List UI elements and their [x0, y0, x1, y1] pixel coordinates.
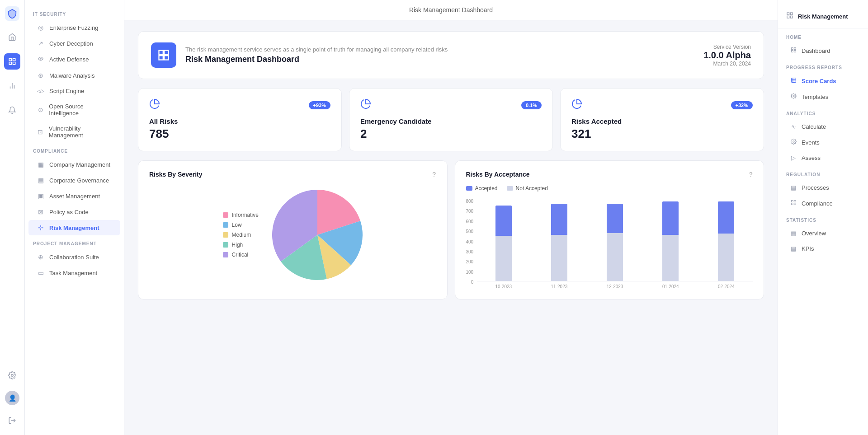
- rs-events[interactable]: Events: [782, 135, 864, 150]
- bar-chart-area: 0100200300400500600700800 10-202311-2023…: [466, 199, 753, 289]
- policy-icon: ⊠: [37, 208, 45, 215]
- bar-group: [700, 199, 753, 281]
- legend-low: Low: [232, 222, 242, 228]
- rs-dashboard[interactable]: Dashboard: [782, 43, 864, 58]
- score-cards-icon: [790, 77, 797, 84]
- bar-group: [644, 199, 697, 281]
- user-avatar[interactable]: 👤: [5, 391, 19, 405]
- chart-nav-icon[interactable]: [4, 78, 20, 94]
- nav-label: Cyber Deception: [49, 40, 93, 47]
- svg-rect-0: [9, 58, 11, 61]
- pie-chart-svg: [272, 190, 363, 280]
- nav-active-defense[interactable]: Active Defense: [28, 51, 120, 67]
- section-it-security: IT SECURITY: [25, 6, 124, 19]
- nav-label: Active Defense: [49, 56, 89, 63]
- rs-section-statistics: STATISTICS: [778, 211, 868, 225]
- nav-company-mgmt[interactable]: ▦ Company Management: [28, 157, 120, 172]
- nav-task-mgmt[interactable]: ▭ Task Management: [28, 265, 120, 281]
- events-icon: [790, 139, 797, 146]
- rs-compliance[interactable]: Compliance: [782, 196, 864, 211]
- info-card-title: Risk Management Dashboard: [185, 55, 448, 64]
- rs-item-label: KPIs: [802, 245, 814, 252]
- nav-collab-suite[interactable]: ⊕ Collaboration Suite: [28, 249, 120, 265]
- nav-asset-mgmt[interactable]: ▣ Asset Management: [28, 188, 120, 204]
- templates-icon: [790, 93, 797, 100]
- nav-label: Company Management: [49, 161, 110, 168]
- legend-not-accepted: Not Accepted: [516, 185, 548, 192]
- nav-risk-mgmt[interactable]: ⊹ Risk Management: [28, 220, 120, 235]
- logout-nav-icon[interactable]: [4, 412, 20, 429]
- bar-month-label: 02-2024: [700, 284, 753, 289]
- stat-badge-all-risks: +93%: [309, 101, 330, 109]
- nav-label: Asset Management: [49, 193, 100, 200]
- svg-rect-11: [164, 51, 168, 55]
- stat-card-all-risks: +93% All Risks 785: [138, 88, 342, 151]
- corp-gov-icon: ▤: [37, 177, 45, 184]
- stat-icon-accepted: [571, 98, 582, 112]
- overview-icon: ▦: [790, 230, 797, 237]
- nav-malware-analysis[interactable]: ⊛ Malware Analysis: [28, 68, 120, 83]
- nav-policy-code[interactable]: ⊠ Policy as Code: [28, 204, 120, 220]
- company-icon: ▦: [37, 161, 45, 168]
- osint-icon: ⊙: [37, 106, 44, 113]
- rs-templates[interactable]: Templates: [782, 89, 864, 104]
- vuln-icon: ⊡: [37, 128, 44, 136]
- bell-nav-icon[interactable]: [4, 102, 20, 118]
- rs-assess[interactable]: ▷ Assess: [782, 150, 864, 165]
- collab-icon: ⊕: [37, 253, 45, 261]
- grid-nav-icon[interactable]: [4, 53, 20, 70]
- script-icon: </>: [37, 89, 45, 94]
- svg-rect-28: [791, 201, 793, 202]
- gear-nav-icon[interactable]: [4, 367, 20, 384]
- nav-corporate-gov[interactable]: ▤ Corporate Governance: [28, 173, 120, 188]
- rs-overview[interactable]: ▦ Overview: [782, 226, 864, 241]
- home-nav-icon[interactable]: [4, 29, 20, 45]
- pie-chart-help-icon[interactable]: ?: [432, 171, 436, 178]
- rs-item-label: Calculate: [802, 123, 826, 130]
- info-card-icon: [151, 42, 176, 68]
- legend-critical: Critical: [232, 252, 249, 258]
- legend-accepted: Accepted: [475, 185, 498, 192]
- rs-section-progress: PROGRESS REPORTS: [778, 59, 868, 73]
- stat-icon-all-risks: [149, 98, 160, 112]
- accepted-bar: [495, 206, 512, 236]
- rs-kpis[interactable]: ▤ KPIs: [782, 241, 864, 256]
- version-label: Service Version: [703, 44, 751, 50]
- nav-vulnerability[interactable]: ⊡ Vulnerability Management: [28, 121, 120, 143]
- nav-script-engine[interactable]: </> Script Engine: [28, 84, 120, 98]
- rs-score-cards[interactable]: Score Cards: [782, 73, 864, 89]
- stat-card-accepted: +32% Risks Accepted 321: [560, 88, 764, 151]
- kpis-icon: ▤: [790, 245, 797, 252]
- accepted-bar: [662, 201, 679, 235]
- cyber-deception-icon: ↗: [37, 40, 45, 47]
- top-bar: Risk Management Dashboard: [124, 0, 778, 20]
- svg-rect-17: [790, 16, 793, 18]
- rs-section-regulation: REGULATION: [778, 166, 868, 180]
- rs-processes[interactable]: ▤ Processes: [782, 180, 864, 195]
- bar-chart-legend: Accepted Not Accepted: [466, 185, 753, 192]
- dashboard-icon: [790, 47, 797, 54]
- calculate-icon: ∿: [790, 123, 797, 130]
- enterprise-fuzzing-icon: ◎: [37, 24, 45, 31]
- not-accepted-bar: [551, 235, 567, 281]
- rs-calculate[interactable]: ∿ Calculate: [782, 119, 864, 134]
- rs-header-label: Risk Management: [798, 13, 848, 20]
- nav-enterprise-fuzzing[interactable]: ◎ Enterprise Fuzzing: [28, 20, 120, 35]
- svg-rect-21: [794, 51, 796, 52]
- nav-label: Malware Analysis: [49, 72, 94, 79]
- stat-badge-emergency: 0.1%: [521, 101, 542, 109]
- task-icon: ▭: [37, 269, 45, 276]
- nav-osint[interactable]: ⊙ Open Source Intelligence: [28, 99, 120, 121]
- pie-chart-title: Risks By Severity: [149, 171, 203, 178]
- y-axis: 0100200300400500600700800: [466, 199, 477, 285]
- top-bar-title: Risk Management Dashboard: [409, 6, 493, 14]
- rs-item-label: Score Cards: [802, 78, 836, 84]
- malware-icon: ⊛: [37, 72, 45, 79]
- nav-cyber-deception[interactable]: ↗ Cyber Deception: [28, 36, 120, 51]
- stat-label-accepted: Risks Accepted: [571, 117, 753, 125]
- assess-icon: ▷: [790, 154, 797, 161]
- stats-row: +93% All Risks 785 0.1% Emergency Candid…: [138, 88, 764, 151]
- not-accepted-bar: [495, 236, 512, 281]
- rs-item-label: Compliance: [802, 200, 833, 207]
- bar-chart-help-icon[interactable]: ?: [749, 171, 753, 178]
